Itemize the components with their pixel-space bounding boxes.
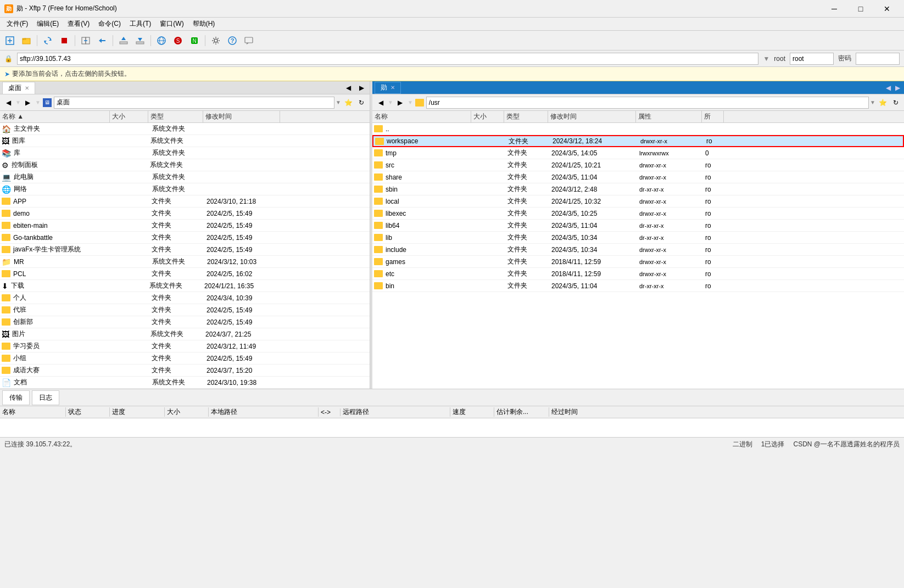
left-path-input[interactable] [54,97,334,109]
right-col-modified[interactable]: 修改时间 [548,111,636,122]
right-tab-next[interactable]: ▶ [894,84,902,92]
right-back-button[interactable]: ◀ [375,97,387,109]
left-path-dropdown[interactable]: ▼ [336,99,341,105]
list-item[interactable]: ⚙ 控制面板 系统文件夹 [0,159,370,171]
list-item[interactable]: 💻 此电脑 系统文件夹 [0,171,370,183]
address-dropdown-arrow[interactable]: ▼ [763,55,769,63]
green-square-button[interactable]: N [187,33,202,48]
settings-button[interactable] [208,33,224,48]
right-refresh-button[interactable]: ↻ [890,97,902,109]
username-input[interactable] [790,53,834,65]
refresh-button[interactable] [40,33,55,48]
list-item[interactable]: .. [372,123,904,135]
list-item[interactable]: 个人 文件夹 2024/3/4, 10:39 [0,292,370,304]
close-button[interactable]: ✕ [874,1,900,16]
list-item[interactable]: workspace 文件夹 2024/3/12, 18:24 drwxr-xr-… [372,135,904,147]
red-circle-button[interactable]: S [170,33,186,48]
new-session-button[interactable] [2,33,18,48]
list-item[interactable]: 📚 库 系统文件夹 [0,147,370,159]
address-input[interactable] [17,53,758,65]
right-file-list[interactable]: 名称 大小 类型 修改时间 属性 所 .. workspace 文件夹 2024… [372,111,904,389]
list-item[interactable]: sbin 文件夹 2024/3/12, 2:48 dr-xr-xr-x ro [372,183,904,195]
list-item[interactable]: PCL 文件夹 2024/2/5, 16:02 [0,268,370,280]
menu-file[interactable]: 文件(F) [2,18,32,30]
list-item[interactable]: tmp 文件夹 2024/3/5, 14:05 lrwxrwxrwx 0 [372,147,904,159]
password-input[interactable] [856,53,900,65]
left-refresh-button[interactable]: ↻ [355,97,367,109]
left-col-size[interactable]: 大小 [110,111,148,122]
stop-button[interactable] [57,33,72,48]
right-col-size[interactable]: 大小 [471,111,504,122]
left-forward-arrow-dropdown[interactable]: ▼ [35,99,41,105]
list-item[interactable]: 创新部 文件夹 2024/2/5, 15:49 [0,316,370,328]
menu-help[interactable]: 帮助(H) [188,18,220,30]
left-back-button[interactable]: ◀ [2,97,14,109]
list-item[interactable]: 📁 MR 系统文件夹 2024/3/12, 10:03 [0,256,370,268]
transfer-tab[interactable]: 传输 [2,390,30,405]
sync-button[interactable] [94,33,110,48]
menu-edit[interactable]: 编辑(E) [32,18,63,30]
left-tab-close[interactable]: ✕ [25,85,29,91]
upload-button[interactable] [116,33,131,48]
right-path-input[interactable] [426,97,869,109]
left-col-name[interactable]: 名称 ▲ [0,111,110,122]
left-forward-button[interactable]: ▶ [22,97,34,109]
list-item[interactable]: share 文件夹 2024/3/5, 11:04 drwxr-xr-x ro [372,171,904,183]
list-item[interactable]: 🌐 网络 系统文件夹 [0,183,370,195]
menu-command[interactable]: 命令(C) [94,18,125,30]
comment-button[interactable] [241,33,256,48]
maximize-button[interactable]: □ [848,1,873,16]
list-item[interactable]: demo 文件夹 2024/2/5, 15:49 [0,208,370,220]
list-item[interactable]: src 文件夹 2024/1/25, 10:21 drwxr-xr-x ro [372,159,904,171]
list-item[interactable]: libexec 文件夹 2024/3/5, 10:25 drwxr-xr-x r… [372,208,904,220]
left-bookmark-button[interactable]: ⭐ [342,97,354,109]
right-forward-button[interactable]: ▶ [394,97,406,109]
help-button[interactable]: ? [225,33,240,48]
menu-tools[interactable]: 工具(T) [125,18,155,30]
list-item[interactable]: etc 文件夹 2018/4/11, 12:59 drwxr-xr-x ro [372,268,904,280]
left-col-type[interactable]: 类型 [148,111,203,122]
list-item[interactable]: ⬇ 下载 系统文件夹 2024/1/21, 16:35 [0,280,370,292]
left-col-modified[interactable]: 修改时间 [203,111,280,122]
list-item[interactable]: APP 文件夹 2024/3/10, 21:18 [0,195,370,208]
arrow-button[interactable] [78,33,93,48]
list-item[interactable]: 🖼 图库 系统文件夹 [0,135,370,147]
right-bookmark-button[interactable]: ⭐ [877,97,889,109]
open-button[interactable] [19,33,34,48]
download-button[interactable] [132,33,148,48]
right-tab-close[interactable]: ✕ [390,85,395,91]
list-item[interactable]: 学习委员 文件夹 2024/3/12, 11:49 [0,340,370,352]
list-item[interactable]: lib 文件夹 2024/3/5, 10:34 dr-xr-xr-x ro [372,232,904,244]
right-tab-prev[interactable]: ◀ [884,84,892,92]
log-tab[interactable]: 日志 [32,390,59,405]
right-forward-dropdown[interactable]: ▼ [408,99,413,105]
right-col-owner[interactable]: 所 [702,111,724,122]
list-item[interactable]: Go-tankbattle 文件夹 2024/2/5, 15:49 [0,232,370,244]
right-path-dropdown[interactable]: ▼ [870,99,875,105]
minimize-button[interactable]: ─ [822,1,847,16]
list-item[interactable]: lib64 文件夹 2024/3/5, 11:04 dr-xr-xr-x ro [372,220,904,232]
list-item[interactable]: bin 文件夹 2024/3/5, 11:04 dr-xr-xr-x ro [372,280,904,292]
list-item[interactable]: local 文件夹 2024/1/25, 10:32 drwxr-xr-x ro [372,195,904,208]
list-item[interactable]: include 文件夹 2024/3/5, 10:34 drwxr-xr-x r… [372,244,904,256]
list-item[interactable]: 小组 文件夹 2024/2/5, 15:49 [0,352,370,365]
list-item[interactable]: 📄 文档 系统文件夹 2024/3/10, 19:38 [0,377,370,389]
right-col-type[interactable]: 类型 [504,111,548,122]
left-back-arrow-dropdown[interactable]: ▼ [15,99,21,105]
left-pane-prev[interactable]: ◀ [342,82,354,94]
right-back-dropdown[interactable]: ▼ [388,99,393,105]
list-item[interactable]: 成语大赛 文件夹 2024/3/7, 15:20 [0,365,370,377]
list-item[interactable]: 代班 文件夹 2024/2/5, 15:49 [0,304,370,316]
left-file-list[interactable]: 名称 ▲ 大小 类型 修改时间 🏠 主文件夹 系统文件夹 🖼 图库 系统文件夹 … [0,111,370,389]
right-col-name[interactable]: 名称 [372,111,471,122]
globe-button[interactable] [154,33,169,48]
right-tab-xun[interactable]: 勋 ✕ [375,82,401,94]
right-col-attr[interactable]: 属性 [636,111,702,122]
left-tab-desktop[interactable]: 桌面 ✕ [2,82,35,94]
list-item[interactable]: 🏠 主文件夹 系统文件夹 [0,123,370,135]
list-item[interactable]: games 文件夹 2018/4/11, 12:59 drwxr-xr-x ro [372,256,904,268]
left-pane-next[interactable]: ▶ [355,82,367,94]
list-item[interactable]: javaFx-学生卡管理系统 文件夹 2024/2/5, 15:49 [0,244,370,256]
list-item[interactable]: 🖼 图片 系统文件夹 2024/3/7, 21:25 [0,328,370,340]
menu-view[interactable]: 查看(V) [63,18,94,30]
